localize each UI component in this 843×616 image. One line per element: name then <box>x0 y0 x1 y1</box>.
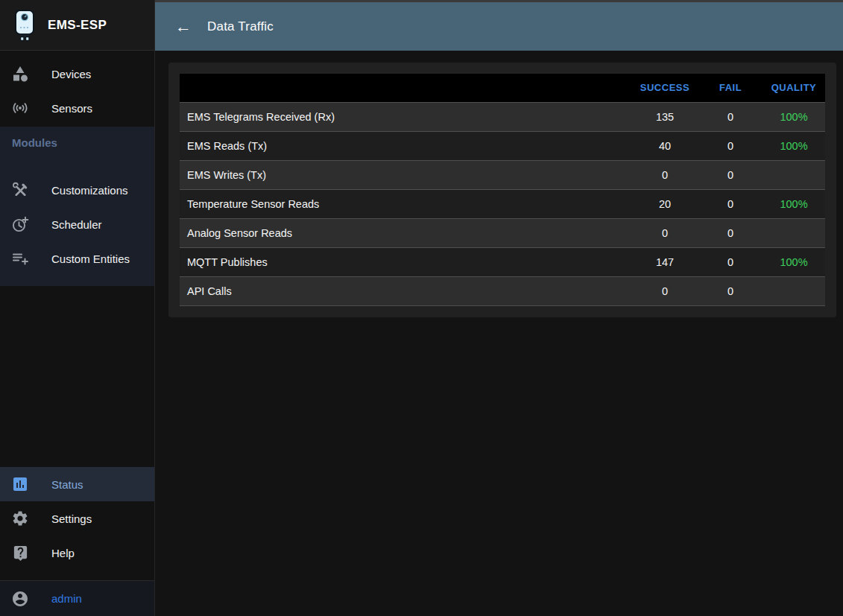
fail-value: 0 <box>698 102 763 131</box>
sidebar-item-label: Status <box>51 478 83 491</box>
assessment-icon <box>11 475 29 493</box>
sidebar-item-label: Help <box>51 547 75 559</box>
column-header-success: SUCCESS <box>631 74 698 102</box>
metric-label: MQTT Publishes <box>180 247 631 276</box>
account-circle-icon <box>11 590 29 608</box>
back-arrow-icon: ← <box>175 17 192 36</box>
sidebar-item-label: Customizations <box>51 184 128 197</box>
metric-label: API Calls <box>180 276 631 305</box>
sidebar-item-sensors[interactable]: Sensors <box>0 91 154 125</box>
sidebar-item-scheduler[interactable]: Scheduler <box>0 207 154 241</box>
sidebar-item-label: Sensors <box>51 102 92 115</box>
success-value: 135 <box>631 102 698 131</box>
table-row: API Calls 0 0 <box>180 276 825 305</box>
construction-icon <box>11 181 29 199</box>
username-label: admin <box>51 592 82 605</box>
quality-value: 100% <box>763 131 825 160</box>
success-value: 0 <box>631 276 698 305</box>
metric-label: Temperature Sensor Reads <box>180 189 631 218</box>
success-value: 0 <box>631 160 698 189</box>
appbar: ← Data Traffic <box>155 2 843 51</box>
sidebar-main-nav: Devices Sensors <box>0 51 154 127</box>
playlist-add-icon <box>11 250 29 267</box>
data-traffic-table: SUCCESS FAIL QUALITY EMS Telegrams Recei… <box>180 74 825 306</box>
success-value: 147 <box>631 247 698 276</box>
sidebar-item-label: Settings <box>51 512 92 525</box>
success-value: 40 <box>631 131 698 160</box>
fail-value: 0 <box>698 189 763 218</box>
sidebar-item-label: Scheduler <box>51 218 102 231</box>
main-area: ← Data Traffic SUCCESS FAIL QUALITY <box>155 0 843 616</box>
table-row: EMS Writes (Tx) 0 0 <box>180 160 825 189</box>
sidebar-item-settings[interactable]: Settings <box>0 501 154 536</box>
metric-label: EMS Telegrams Received (Rx) <box>180 102 631 131</box>
back-button[interactable]: ← <box>170 13 197 40</box>
gear-icon <box>11 509 29 527</box>
sidebar-spacer <box>0 286 154 467</box>
table-row: Analog Sensor Reads 0 0 <box>180 218 825 247</box>
table-header-row: SUCCESS FAIL QUALITY <box>180 74 825 102</box>
fail-value: 0 <box>698 247 763 276</box>
sidebar: EMS-ESP Devices <box>0 0 155 616</box>
quality-value: 100% <box>763 247 825 276</box>
quality-value <box>763 276 825 305</box>
sidebar-item-devices[interactable]: Devices <box>0 57 154 91</box>
app-root: EMS-ESP Devices <box>0 0 843 616</box>
help-icon <box>11 544 29 562</box>
modules-section-header: Modules <box>0 134 154 152</box>
success-value: 20 <box>631 189 698 218</box>
category-icon <box>11 65 29 83</box>
app-logo-block: EMS-ESP <box>0 0 154 51</box>
success-value: 0 <box>631 218 698 247</box>
metric-label: EMS Reads (Tx) <box>180 131 631 160</box>
table-row: EMS Telegrams Received (Rx) 135 0 100% <box>180 102 825 131</box>
sidebar-item-label: Devices <box>51 68 91 80</box>
quality-value: 100% <box>763 189 825 218</box>
sidebar-modules-section: Modules Customizations <box>0 127 154 286</box>
quality-value <box>763 160 825 189</box>
column-header-name <box>180 74 631 102</box>
data-traffic-card: SUCCESS FAIL QUALITY EMS Telegrams Recei… <box>168 63 836 317</box>
app-title: EMS-ESP <box>48 18 107 33</box>
column-header-fail: FAIL <box>698 74 763 102</box>
fail-value: 0 <box>698 131 763 160</box>
sensors-icon <box>11 99 29 117</box>
page-content: SUCCESS FAIL QUALITY EMS Telegrams Recei… <box>155 51 843 616</box>
sidebar-item-help[interactable]: Help <box>0 536 154 570</box>
sidebar-item-custom-entities[interactable]: Custom Entities <box>0 241 154 276</box>
sidebar-user-admin[interactable]: admin <box>0 581 154 616</box>
page-title: Data Traffic <box>207 19 274 34</box>
metric-label: EMS Writes (Tx) <box>180 160 631 189</box>
more-time-icon <box>11 215 29 233</box>
table-row: MQTT Publishes 147 0 100% <box>180 247 825 276</box>
fail-value: 0 <box>698 160 763 189</box>
sidebar-item-label: Custom Entities <box>51 253 130 265</box>
quality-value: 100% <box>763 102 825 131</box>
table-row: Temperature Sensor Reads 20 0 100% <box>180 189 825 218</box>
table-row: EMS Reads (Tx) 40 0 100% <box>180 131 825 160</box>
fail-value: 0 <box>698 218 763 247</box>
quality-value <box>763 218 825 247</box>
sidebar-item-status[interactable]: Status <box>0 467 154 501</box>
boiler-logo-icon <box>13 9 36 42</box>
metric-label: Analog Sensor Reads <box>180 218 631 247</box>
sidebar-item-customizations[interactable]: Customizations <box>0 173 154 207</box>
sidebar-bottom-nav: Status Settings Help <box>0 467 154 616</box>
column-header-quality: QUALITY <box>763 74 825 102</box>
fail-value: 0 <box>698 276 763 305</box>
